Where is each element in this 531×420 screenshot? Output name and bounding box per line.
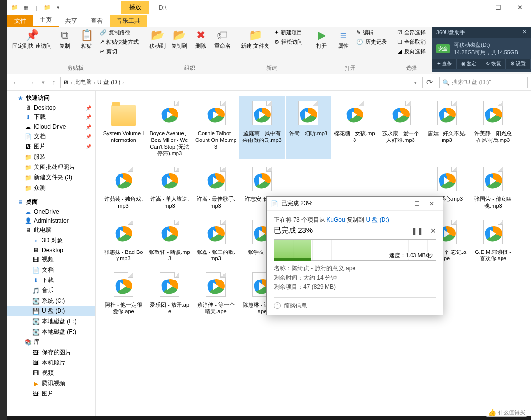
dlg-close[interactable]: ✕ [424,200,439,207]
tab-view[interactable]: 查看 [84,15,110,27]
ovl-scan[interactable]: ✦ 查杀 [432,59,457,69]
copy-to[interactable]: 📂复制到 [169,28,189,50]
file-item[interactable]: 唐嫣 - 好久不见.mp3 [424,96,470,159]
tab-file[interactable]: 文件 [7,15,33,27]
dlg-maximize[interactable]: ☐ [410,200,424,207]
file-item[interactable]: Boyce Avenue、Bea Miller - We Can't Stop … [147,96,192,159]
file-item[interactable]: 张磊 - 张三的歌.mp3 [193,215,238,265]
tree-node[interactable]: 📁众测 [7,183,95,193]
invert-select[interactable]: ◪反向选择 [395,47,428,56]
delete-button[interactable]: ✖删除 [190,28,211,50]
bc-dropdown[interactable]: ▾ [414,80,417,85]
tree-node[interactable]: 👤Administrator [7,216,95,225]
ovl-verify[interactable]: ◉ 鉴定 [457,59,481,69]
tree-node[interactable]: 📚库 [7,337,95,347]
tree-node[interactable]: 🎵音乐 [7,285,95,296]
tree-node[interactable]: 🎞视频 [7,254,95,265]
tree-node[interactable]: ★快速访问 [7,93,95,103]
open-button[interactable]: ▶打开 [311,28,332,50]
file-item[interactable]: 苏永康 - 爱一个人好难.mp3 [378,96,423,159]
paste-shortcut[interactable]: ↗粘贴快捷方式 [98,37,141,47]
dst-link[interactable]: U 盘 (D:) [366,216,389,223]
tree-node[interactable]: 🖥桌面 [7,197,95,207]
new-item[interactable]: ✦新建项目 [272,28,305,37]
tree-node[interactable]: 💽系统 (C:) [7,296,95,306]
window-minimize[interactable]: — [466,1,487,15]
tree-node[interactable]: ☁OneDrive [7,207,95,216]
search-input[interactable]: 🔍 搜索"U 盘 (D:)" [439,77,528,88]
copy-path[interactable]: 🔗复制路径 [98,28,141,37]
paste-button[interactable]: 📋粘贴 [76,28,97,50]
qat-dd-icon[interactable]: ▾ [54,3,62,12]
tree-node[interactable]: 💽本地磁盘 (E:) [7,316,95,327]
dlg-minimize[interactable]: — [395,200,410,207]
qat-new-icon[interactable]: 📁 [43,3,52,12]
file-item[interactable]: 许嵩 - 幻听.mp3 [286,96,331,159]
file-item[interactable]: System Volume Information [101,96,146,159]
tree-node[interactable]: ▶腾讯视频 [7,378,95,389]
move-to[interactable]: 📂移动到 [147,28,168,50]
history-button[interactable]: 🕘历史记录 [354,37,389,47]
pause-button[interactable]: ❚❚ [412,227,423,235]
tree-node[interactable]: 📄文档📌 [7,131,95,141]
tab-music-tools[interactable]: 音乐工具 [110,15,147,27]
tree-node[interactable]: 🖥Desktop📌 [7,103,95,112]
tree-node[interactable]: 🖥此电脑 [7,225,95,235]
breadcrumb[interactable]: 🖥 › 此电脑 › U 盘 (D:) › ▾ [60,77,419,88]
file-item[interactable]: 张敬轩 - 断点.mp3 [147,215,192,265]
properties-button[interactable]: ≡属性 [333,28,354,50]
new-folder[interactable]: 📁新建 文件夹 [239,28,271,50]
fewer-details[interactable]: ˄ 简略信息 [274,297,436,310]
file-item[interactable]: 棉花糖 - 女孩.mp3 [332,96,377,159]
window-close[interactable]: ✕ [509,1,531,15]
nav-tree[interactable]: ★快速访问🖥Desktop📌⬇下载📌☁iCloud Drive📌📄文档📌🖼图片📌… [7,91,96,416]
context-tab-play[interactable]: 播放 [121,1,149,14]
file-item[interactable]: 许茹芸 - 独角戏.mp3 [101,162,146,212]
tree-node[interactable]: 💾U 盘 (D:) [7,306,95,316]
tree-node[interactable]: 💽本地磁盘 (F:) [7,327,95,337]
edit-button[interactable]: ✎编辑 [354,28,389,37]
bc-pc[interactable]: 此电脑 [74,78,92,86]
nav-back[interactable]: ← [10,78,22,87]
file-item[interactable]: 蔡淳佳 - 等一个晴天.ape [193,267,238,317]
select-all[interactable]: ☑全部选择 [395,28,428,37]
nav-forward[interactable]: → [25,78,37,87]
tab-home[interactable]: 主页 [33,14,59,27]
tree-node[interactable]: 🖼图片 [7,389,95,399]
tree-node[interactable]: 🖼图片📌 [7,141,95,152]
select-none[interactable]: ☐全部取消 [395,37,428,47]
bc-drive[interactable]: U 盘 (D:) [97,78,120,86]
tree-node[interactable]: 🎞视频 [7,368,95,378]
file-item[interactable]: 孟庭苇 - 风中有朵雨做的云.mp3 [239,96,285,159]
tree-node[interactable]: 🖼本机照片 [7,358,95,368]
cancel-button[interactable]: ✕ [430,227,436,235]
tree-node[interactable]: ⬇下载📌 [7,112,95,122]
file-item[interactable]: 张惠妹 - Bad Boy.mp3 [101,215,146,265]
tree-node[interactable]: ☁iCloud Drive📌 [7,122,95,131]
refresh-button[interactable]: ⟳ [422,77,436,88]
file-item[interactable]: 阿杜 - 他一定很爱你.ape [101,267,146,317]
file-item[interactable]: 许嵩 - 单人旅途.mp3 [147,162,192,212]
nav-up[interactable]: ↑ [50,78,58,87]
file-item[interactable]: 许嵩 - 最佳歌手.mp3 [193,162,238,212]
ovl-recover[interactable]: ↻ 恢复 [481,59,506,69]
tree-node[interactable]: 📁服装 [7,152,95,162]
file-item[interactable]: G.E.M.邓紫棋 - 喜欢你.ape [471,215,516,265]
easy-access[interactable]: ⚙轻松访问 [272,37,305,47]
window-maximize[interactable]: ☐ [487,1,509,15]
file-item[interactable]: 爱乐团 - 放开.ape [147,267,192,317]
file-item[interactable]: 许美静 - 阳光总在风雨后.mp3 [471,96,516,159]
file-item[interactable]: 张国荣 - 倩女幽魂.mp3 [471,162,516,212]
ovl-settings[interactable]: ⚙ 设置 [506,59,531,69]
src-link[interactable]: KuGou [326,216,345,223]
rename-button[interactable]: 🏷重命名 [212,28,233,50]
pin-quick-access[interactable]: 📌固定到快 速访问 [10,28,54,50]
ovl-close[interactable]: ✕ [522,29,527,36]
tree-node[interactable]: 🖥Desktop [7,246,95,254]
tree-node[interactable]: ⬇下载 [7,275,95,285]
cut-button[interactable]: ✂剪切 [98,47,141,56]
file-item[interactable]: Connie Talbot - Count On Me.mp3 [193,96,238,159]
tab-share[interactable]: 共享 [59,15,84,27]
tree-node[interactable]: 📄文档 [7,265,95,275]
tree-node[interactable]: 📁新建文件夹 (3) [7,172,95,183]
